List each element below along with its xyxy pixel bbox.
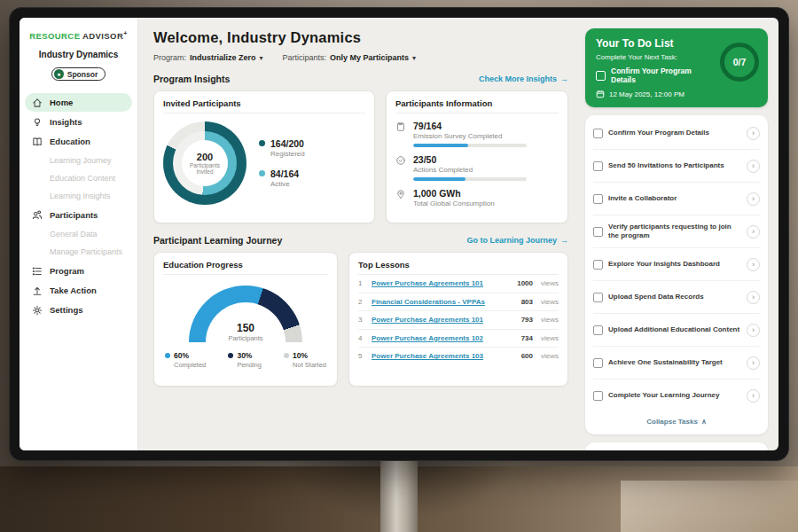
registered-label: Registered [270, 150, 305, 158]
actions-completed-row: 23/50 Actions Completed [395, 154, 559, 181]
chevron-right-icon[interactable]: › [747, 258, 760, 271]
lesson-link[interactable]: Power Purchase Agreements 101 [372, 316, 515, 324]
participants-filter-value[interactable]: Only My Participants [330, 53, 409, 62]
calendar-icon [596, 90, 605, 98]
location-pin-icon [395, 189, 406, 200]
education-legend: 60% Completed 30% Pending [163, 351, 328, 369]
logo-advisor: ADVISOR [82, 31, 123, 41]
todo-summary-card: Your To Do List Complete Your Next Task:… [585, 28, 768, 107]
org-name: Industry Dynamics [20, 50, 137, 59]
actions-progress-fill [413, 177, 466, 181]
sidebar-item-education-content[interactable]: Education Content [25, 169, 132, 187]
lesson-link[interactable]: Power Purchase Agreements 103 [372, 352, 515, 360]
lessons-card-title: Top Lessons [358, 260, 559, 275]
sidebar-item-insights[interactable]: Insights [25, 113, 132, 131]
program-filter-value[interactable]: Industrialize Zero [190, 53, 256, 62]
chevron-right-icon[interactable]: › [747, 160, 760, 173]
sidebar-item-participants[interactable]: Participants [25, 206, 132, 224]
task-label: Invite a Collaborator [608, 194, 741, 203]
go-to-learning-journey-link[interactable]: Go to Learning Journey → [466, 236, 568, 245]
chevron-right-icon[interactable]: › [747, 225, 760, 239]
screen: RESOURCE ADVISOR+ Industry Dynamics ● Sp… [20, 18, 778, 450]
sidebar-subitem-label: Manage Participants [50, 247, 122, 256]
task-row-confirm-program[interactable]: Confirm Your Program Details › [593, 117, 760, 150]
lesson-rank: 5 [358, 352, 365, 360]
lesson-rank: 3 [358, 316, 365, 324]
emission-survey-row: 79/164 Emission Survey Completed [395, 121, 559, 147]
monitor-bezel: RESOURCE ADVISOR+ Industry Dynamics ● Sp… [9, 7, 789, 461]
chevron-right-icon[interactable]: › [747, 127, 760, 140]
checkbox-icon[interactable] [596, 71, 606, 81]
chevron-right-icon[interactable]: › [747, 192, 760, 206]
task-row-verify-participants[interactable]: Verify participants requesting to join t… [593, 215, 760, 248]
legend-item-not-started: 10% Not Started [284, 351, 326, 369]
lesson-row: 3 Power Purchase Agreements 101 793 view… [358, 311, 559, 330]
sidebar-item-home[interactable]: Home [25, 93, 132, 112]
checkbox-icon[interactable] [593, 161, 603, 171]
lesson-rank: 2 [358, 298, 365, 306]
checkbox-icon[interactable] [593, 391, 603, 401]
sidebar-item-settings[interactable]: Settings [25, 301, 132, 319]
invited-donut: 200 Participants Invited [163, 121, 246, 205]
todo-due-date: 12 May 2025, 12:00 PM [596, 90, 757, 98]
chevron-right-icon[interactable]: › [747, 291, 760, 304]
task-row-upload-educational-content[interactable]: Upload Additional Educational Content › [593, 314, 760, 347]
task-row-invite-collaborator[interactable]: Invite a Collaborator › [593, 183, 760, 215]
sidebar-item-label: Program [50, 266, 84, 276]
checkbox-icon[interactable] [593, 325, 603, 335]
task-row-complete-learning-journey[interactable]: Complete Your Learning Journey › [593, 379, 760, 411]
check-more-insights-label: Check More Insights [479, 74, 557, 83]
completed-pct: 60% [174, 351, 206, 360]
checkbox-icon[interactable] [593, 227, 603, 237]
collapse-tasks-link[interactable]: Collapse Tasks ∧ [593, 411, 760, 431]
chevron-right-icon[interactable]: › [747, 324, 760, 337]
sidebar-item-manage-participants[interactable]: Manage Participants [25, 243, 132, 261]
participants-filter[interactable]: Participants: Only My Participants ▾ [283, 53, 417, 62]
monitor-stand [380, 458, 418, 532]
checkbox-icon[interactable] [593, 293, 603, 302]
task-row-explore-insights[interactable]: Explore Your Insights Dashboard › [593, 248, 760, 281]
checkbox-icon[interactable] [593, 194, 603, 204]
arrow-right-icon: → [560, 236, 568, 245]
sidebar-item-general-data[interactable]: General Data [25, 225, 132, 243]
chevron-down-icon[interactable]: ▾ [260, 54, 263, 62]
pending-pct: 30% [237, 351, 262, 360]
sidebar-item-learning-journey[interactable]: Learning Journey [25, 152, 132, 169]
participants-info-card: Participants Information 79/164 Emission… [386, 90, 568, 223]
program-filter[interactable]: Program: Industrialize Zero ▾ [153, 53, 263, 62]
book-icon [32, 137, 43, 147]
sidebar-item-program[interactable]: Program [25, 262, 132, 280]
main-content: Welcome, Industry Dynamics Program: Indu… [138, 18, 580, 450]
sidebar-item-education[interactable]: Education [25, 132, 132, 151]
task-row-upload-spend-data[interactable]: Upload Spend Data Records › [593, 281, 760, 314]
sponsor-badge: ● Sponsor [51, 67, 106, 81]
task-row-achieve-target[interactable]: Achieve One Sustainability Target › [593, 347, 760, 379]
sidebar-item-learning-insights[interactable]: Learning Insights [25, 187, 132, 205]
task-label: Explore Your Insights Dashboard [608, 260, 741, 269]
task-row-send-invitations[interactable]: Send 50 Invitations to Participants › [593, 150, 760, 183]
task-label: Upload Spend Data Records [608, 293, 741, 301]
chevron-right-icon[interactable]: › [747, 356, 760, 370]
legend-item-pending: 30% Pending [228, 351, 262, 369]
task-label: Verify participants requesting to join t… [608, 223, 741, 240]
sponsor-icon: ● [54, 69, 64, 79]
lesson-views-label: views [541, 334, 559, 342]
task-list-card: Confirm Your Program Details › Send 50 I… [585, 115, 768, 434]
chevron-down-icon[interactable]: ▾ [412, 54, 416, 62]
checkbox-icon[interactable] [593, 358, 603, 368]
checkbox-icon[interactable] [593, 129, 603, 138]
emission-survey-progressbar [413, 144, 527, 147]
chevron-right-icon[interactable]: › [747, 389, 760, 403]
checkbox-icon[interactable] [593, 260, 603, 270]
todo-next-task-label: Confirm Your Program Details [611, 66, 711, 84]
actions-completed-value: 23/50 [413, 154, 527, 165]
lesson-link[interactable]: Power Purchase Agreements 102 [372, 334, 515, 342]
lesson-views: 734 [521, 334, 533, 342]
lesson-link[interactable]: Power Purchase Agreements 101 [372, 279, 511, 287]
actions-completed-label: Actions Completed [413, 166, 527, 174]
lesson-link[interactable]: Financial Considerations - VPPAs [372, 298, 515, 306]
education-progress-card: Education Progress 150 Participants [153, 252, 338, 387]
sidebar-item-take-action[interactable]: Take Action [25, 281, 132, 300]
logo-resource: RESOURCE [29, 31, 80, 41]
check-more-insights-link[interactable]: Check More Insights → [479, 74, 568, 83]
